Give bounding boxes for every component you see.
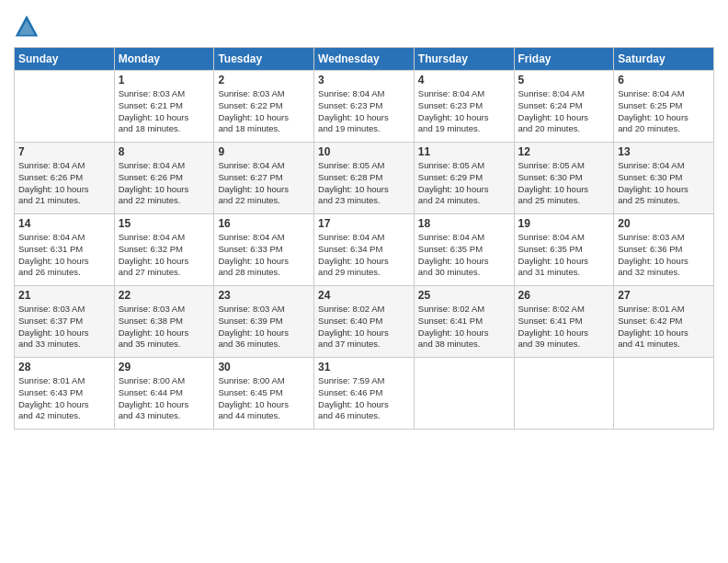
calendar-cell: 15Sunrise: 8:04 AM Sunset: 6:32 PM Dayli… <box>114 214 214 286</box>
day-number: 22 <box>119 289 210 302</box>
calendar-cell: 25Sunrise: 8:02 AM Sunset: 6:41 PM Dayli… <box>414 286 514 358</box>
day-info: Sunrise: 8:04 AM Sunset: 6:30 PM Dayligh… <box>618 160 710 207</box>
day-info: Sunrise: 8:04 AM Sunset: 6:34 PM Dayligh… <box>318 232 410 279</box>
day-info: Sunrise: 8:05 AM Sunset: 6:30 PM Dayligh… <box>518 160 610 207</box>
calendar-cell: 18Sunrise: 8:04 AM Sunset: 6:35 PM Dayli… <box>414 214 514 286</box>
calendar-cell: 21Sunrise: 8:03 AM Sunset: 6:37 PM Dayli… <box>15 286 115 358</box>
calendar-cell: 22Sunrise: 8:03 AM Sunset: 6:38 PM Dayli… <box>114 286 214 358</box>
week-row-1: 1Sunrise: 8:03 AM Sunset: 6:21 PM Daylig… <box>15 71 714 143</box>
calendar-cell: 26Sunrise: 8:02 AM Sunset: 6:41 PM Dayli… <box>514 286 614 358</box>
day-info: Sunrise: 8:03 AM Sunset: 6:22 PM Dayligh… <box>218 88 310 135</box>
calendar-cell: 20Sunrise: 8:03 AM Sunset: 6:36 PM Dayli… <box>614 214 714 286</box>
day-number: 24 <box>318 289 410 302</box>
day-info: Sunrise: 7:59 AM Sunset: 6:46 PM Dayligh… <box>318 375 410 422</box>
day-number: 13 <box>618 145 710 158</box>
day-info: Sunrise: 8:01 AM Sunset: 6:43 PM Dayligh… <box>18 375 110 422</box>
calendar-cell: 4Sunrise: 8:04 AM Sunset: 6:23 PM Daylig… <box>414 71 514 143</box>
day-info: Sunrise: 8:04 AM Sunset: 6:23 PM Dayligh… <box>418 88 510 135</box>
day-number: 28 <box>18 361 110 373</box>
calendar-table: SundayMondayTuesdayWednesdayThursdayFrid… <box>14 47 714 430</box>
day-info: Sunrise: 8:04 AM Sunset: 6:23 PM Dayligh… <box>318 88 410 135</box>
day-info: Sunrise: 8:04 AM Sunset: 6:27 PM Dayligh… <box>218 160 310 207</box>
day-number: 3 <box>318 74 410 86</box>
day-number: 5 <box>518 74 610 86</box>
calendar-cell: 14Sunrise: 8:04 AM Sunset: 6:31 PM Dayli… <box>15 214 115 286</box>
day-number: 29 <box>119 361 210 373</box>
day-number: 16 <box>218 217 310 230</box>
calendar-cell: 16Sunrise: 8:04 AM Sunset: 6:33 PM Dayli… <box>214 214 314 286</box>
week-row-2: 7Sunrise: 8:04 AM Sunset: 6:26 PM Daylig… <box>15 143 714 214</box>
calendar-cell <box>614 358 714 430</box>
day-number: 26 <box>518 289 610 302</box>
calendar-cell: 19Sunrise: 8:04 AM Sunset: 6:35 PM Dayli… <box>514 214 614 286</box>
header <box>14 9 714 40</box>
calendar-cell <box>514 358 614 430</box>
day-info: Sunrise: 8:03 AM Sunset: 6:38 PM Dayligh… <box>119 304 210 350</box>
day-number: 4 <box>418 74 510 86</box>
column-header-saturday: Saturday <box>614 48 714 71</box>
day-number: 25 <box>418 289 510 302</box>
calendar-cell: 1Sunrise: 8:03 AM Sunset: 6:21 PM Daylig… <box>114 71 214 143</box>
calendar-cell: 13Sunrise: 8:04 AM Sunset: 6:30 PM Dayli… <box>614 143 714 214</box>
week-row-4: 21Sunrise: 8:03 AM Sunset: 6:37 PM Dayli… <box>15 286 714 358</box>
day-number: 17 <box>318 217 410 230</box>
day-info: Sunrise: 8:02 AM Sunset: 6:41 PM Dayligh… <box>418 304 510 350</box>
column-header-wednesday: Wednesday <box>314 48 415 71</box>
calendar-cell: 31Sunrise: 7:59 AM Sunset: 6:46 PM Dayli… <box>314 358 415 430</box>
day-number: 10 <box>318 145 410 158</box>
day-info: Sunrise: 8:03 AM Sunset: 6:21 PM Dayligh… <box>119 88 210 135</box>
day-info: Sunrise: 8:04 AM Sunset: 6:26 PM Dayligh… <box>18 160 110 207</box>
day-number: 11 <box>418 145 510 158</box>
day-number: 1 <box>119 74 210 86</box>
week-row-3: 14Sunrise: 8:04 AM Sunset: 6:31 PM Dayli… <box>15 214 714 286</box>
calendar-cell: 27Sunrise: 8:01 AM Sunset: 6:42 PM Dayli… <box>614 286 714 358</box>
calendar-cell: 6Sunrise: 8:04 AM Sunset: 6:25 PM Daylig… <box>614 71 714 143</box>
calendar-cell: 9Sunrise: 8:04 AM Sunset: 6:27 PM Daylig… <box>214 143 314 214</box>
column-header-tuesday: Tuesday <box>214 48 314 71</box>
day-info: Sunrise: 8:03 AM Sunset: 6:36 PM Dayligh… <box>618 232 710 279</box>
day-info: Sunrise: 8:04 AM Sunset: 6:24 PM Dayligh… <box>518 88 610 135</box>
day-number: 30 <box>218 361 310 373</box>
day-info: Sunrise: 8:00 AM Sunset: 6:45 PM Dayligh… <box>218 375 310 422</box>
calendar-cell: 8Sunrise: 8:04 AM Sunset: 6:26 PM Daylig… <box>114 143 214 214</box>
calendar-cell: 28Sunrise: 8:01 AM Sunset: 6:43 PM Dayli… <box>15 358 115 430</box>
page-container: SundayMondayTuesdayWednesdayThursdayFrid… <box>0 0 728 434</box>
day-info: Sunrise: 8:04 AM Sunset: 6:32 PM Dayligh… <box>119 232 210 279</box>
day-info: Sunrise: 8:05 AM Sunset: 6:29 PM Dayligh… <box>418 160 510 207</box>
day-number: 21 <box>18 289 110 302</box>
day-number: 23 <box>218 289 310 302</box>
day-number: 8 <box>119 145 210 158</box>
header-row: SundayMondayTuesdayWednesdayThursdayFrid… <box>15 48 714 71</box>
column-header-thursday: Thursday <box>414 48 514 71</box>
calendar-cell: 11Sunrise: 8:05 AM Sunset: 6:29 PM Dayli… <box>414 143 514 214</box>
day-info: Sunrise: 8:00 AM Sunset: 6:44 PM Dayligh… <box>119 375 210 422</box>
day-number: 2 <box>218 74 310 86</box>
week-row-5: 28Sunrise: 8:01 AM Sunset: 6:43 PM Dayli… <box>15 358 714 430</box>
calendar-cell: 30Sunrise: 8:00 AM Sunset: 6:45 PM Dayli… <box>214 358 314 430</box>
column-header-friday: Friday <box>514 48 614 71</box>
day-info: Sunrise: 8:02 AM Sunset: 6:40 PM Dayligh… <box>318 304 410 350</box>
calendar-cell <box>15 71 115 143</box>
calendar-cell: 3Sunrise: 8:04 AM Sunset: 6:23 PM Daylig… <box>314 71 415 143</box>
day-number: 20 <box>618 217 710 230</box>
day-info: Sunrise: 8:01 AM Sunset: 6:42 PM Dayligh… <box>618 304 710 350</box>
day-info: Sunrise: 8:04 AM Sunset: 6:35 PM Dayligh… <box>418 232 510 279</box>
day-number: 18 <box>418 217 510 230</box>
day-info: Sunrise: 8:03 AM Sunset: 6:37 PM Dayligh… <box>18 304 110 350</box>
calendar-cell: 23Sunrise: 8:03 AM Sunset: 6:39 PM Dayli… <box>214 286 314 358</box>
day-number: 12 <box>518 145 610 158</box>
day-number: 6 <box>618 74 710 86</box>
calendar-cell: 7Sunrise: 8:04 AM Sunset: 6:26 PM Daylig… <box>15 143 115 214</box>
day-info: Sunrise: 8:04 AM Sunset: 6:33 PM Dayligh… <box>218 232 310 279</box>
day-info: Sunrise: 8:03 AM Sunset: 6:39 PM Dayligh… <box>218 304 310 350</box>
calendar-cell: 10Sunrise: 8:05 AM Sunset: 6:28 PM Dayli… <box>314 143 415 214</box>
day-info: Sunrise: 8:04 AM Sunset: 6:25 PM Dayligh… <box>618 88 710 135</box>
day-info: Sunrise: 8:05 AM Sunset: 6:28 PM Dayligh… <box>318 160 410 207</box>
day-number: 7 <box>18 145 110 158</box>
day-number: 15 <box>119 217 210 230</box>
day-number: 27 <box>618 289 710 302</box>
calendar-cell: 17Sunrise: 8:04 AM Sunset: 6:34 PM Dayli… <box>314 214 415 286</box>
day-number: 14 <box>18 217 110 230</box>
day-number: 19 <box>518 217 610 230</box>
day-number: 31 <box>318 361 410 373</box>
